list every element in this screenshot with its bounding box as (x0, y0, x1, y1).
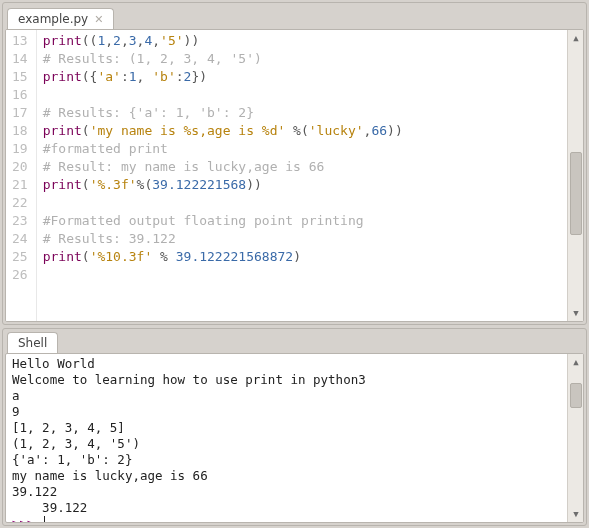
shell-body[interactable]: Hello WorldWelcome to learning how to us… (6, 354, 583, 522)
editor-tab-label: example.py (18, 12, 88, 26)
shell-line: [1, 2, 3, 4, 5] (12, 420, 561, 436)
close-icon[interactable]: ✕ (94, 14, 103, 25)
code-line[interactable]: #formatted print (43, 140, 561, 158)
editor-tab-example[interactable]: example.py ✕ (7, 8, 114, 30)
shell-prompt-line[interactable]: >>> (12, 516, 561, 522)
scroll-down-icon[interactable]: ▼ (568, 506, 583, 522)
code-line[interactable]: # Results: {'a': 1, 'b': 2} (43, 104, 561, 122)
code-line[interactable]: #Formatted output floating point printin… (43, 212, 561, 230)
code-line[interactable]: # Result: my name is lucky,age is 66 (43, 158, 561, 176)
editor-body[interactable]: 13 14 15 16 17 18 19 20 21 22 23 24 25 2… (6, 30, 583, 321)
shell-line: Welcome to learning how to use print in … (12, 372, 561, 388)
editor-tabstrip: example.py ✕ (3, 3, 586, 29)
code-line[interactable] (43, 266, 561, 284)
code-line[interactable]: print('%10.3f' % 39.122221568872) (43, 248, 561, 266)
ide-root: example.py ✕ 13 14 15 16 17 18 19 20 21 … (0, 0, 589, 528)
shell-pane: Shell Hello WorldWelcome to learning how… (2, 328, 587, 526)
shell-line: {'a': 1, 'b': 2} (12, 452, 561, 468)
scroll-up-icon[interactable]: ▲ (568, 30, 583, 46)
shell-line: 39.122 (12, 500, 561, 516)
shell-tabstrip: Shell (3, 329, 586, 353)
scroll-down-icon[interactable]: ▼ (568, 305, 583, 321)
editor-frame: 13 14 15 16 17 18 19 20 21 22 23 24 25 2… (5, 29, 584, 322)
scroll-up-icon[interactable]: ▲ (568, 354, 583, 370)
editor-pane: example.py ✕ 13 14 15 16 17 18 19 20 21 … (2, 2, 587, 325)
code-line[interactable] (43, 86, 561, 104)
shell-scrollbar[interactable]: ▲ ▼ (567, 354, 583, 522)
editor-scroll-thumb[interactable] (570, 152, 582, 235)
code-line[interactable] (43, 194, 561, 212)
shell-line: Hello World (12, 356, 561, 372)
editor-gutter: 13 14 15 16 17 18 19 20 21 22 23 24 25 2… (6, 30, 37, 321)
code-line[interactable]: print((1,2,3,4,'5')) (43, 32, 561, 50)
shell-frame: Hello WorldWelcome to learning how to us… (5, 353, 584, 523)
editor-code[interactable]: print((1,2,3,4,'5'))# Results: (1, 2, 3,… (37, 30, 567, 321)
shell-line: 9 (12, 404, 561, 420)
editor-scrollbar[interactable]: ▲ ▼ (567, 30, 583, 321)
shell-scroll-thumb[interactable] (570, 383, 582, 407)
shell-prompt: >>> (12, 516, 42, 522)
code-line[interactable]: # Results: (1, 2, 3, 4, '5') (43, 50, 561, 68)
shell-line: a (12, 388, 561, 404)
code-line[interactable]: print({'a':1, 'b':2}) (43, 68, 561, 86)
code-line[interactable]: print('%.3f'%(39.122221568)) (43, 176, 561, 194)
code-line[interactable]: # Results: 39.122 (43, 230, 561, 248)
shell-line: 39.122 (12, 484, 561, 500)
caret-icon (44, 516, 45, 522)
shell-tab-label: Shell (18, 336, 47, 350)
shell-line: (1, 2, 3, 4, '5') (12, 436, 561, 452)
shell-line: my name is lucky,age is 66 (12, 468, 561, 484)
shell-output[interactable]: Hello WorldWelcome to learning how to us… (6, 354, 567, 522)
code-line[interactable]: print('my name is %s,age is %d' %('lucky… (43, 122, 561, 140)
shell-tab[interactable]: Shell (7, 332, 58, 354)
